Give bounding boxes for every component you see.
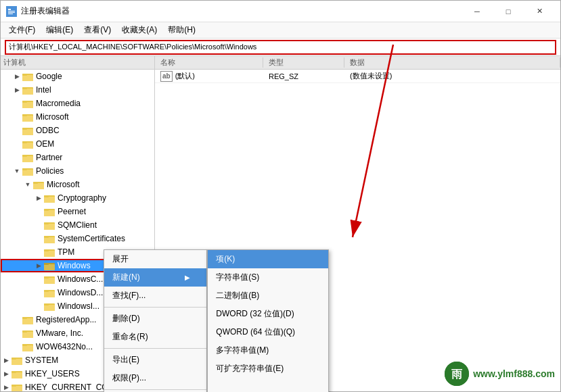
ab-icon: ab: [160, 71, 173, 82]
maximize-button[interactable]: □: [493, 1, 524, 22]
folder-icon: [44, 287, 55, 298]
tree-label: Macromedia: [36, 99, 81, 108]
close-button[interactable]: ✕: [524, 1, 555, 22]
folder-icon: [44, 206, 55, 217]
svg-rect-19: [22, 128, 27, 130]
submenu-item-multistring[interactable]: 多字符串值(M): [208, 341, 328, 360]
ctx-separator-2: [104, 348, 206, 349]
folder-icon: [33, 179, 44, 190]
tree-label: OEM: [36, 139, 54, 149]
svg-rect-16: [22, 114, 27, 116]
tree-item-google[interactable]: ▶ Google: [1, 70, 154, 83]
tree-item-ms-policies[interactable]: ▼ Microsoft: [1, 178, 154, 191]
tree-label: HKEY_CURRENT_CO...: [25, 383, 115, 391]
folder-icon: [22, 314, 33, 325]
menu-help[interactable]: 帮助(H): [162, 23, 201, 37]
arrow-icon: ▶: [12, 83, 22, 97]
tree-item-policies[interactable]: ▼ Policies: [1, 164, 154, 178]
svg-rect-70: [12, 358, 16, 360]
tree-item-macromedia[interactable]: ▶ Macromedia: [1, 97, 154, 110]
ctx-export[interactable]: 导出(E): [104, 351, 206, 369]
folder-icon: [22, 71, 33, 82]
svg-rect-63: [22, 332, 33, 338]
arrow-icon: ▼: [22, 178, 33, 191]
menu-edit[interactable]: 编辑(E): [41, 23, 78, 37]
svg-rect-60: [22, 318, 33, 324]
submenu-item-binary[interactable]: 二进制值(B): [208, 287, 328, 305]
svg-rect-61: [22, 317, 27, 319]
tree-item-oem[interactable]: ▶ OEM: [1, 137, 154, 151]
ctx-expand[interactable]: 展开: [104, 250, 206, 268]
ctx-separator-3: [104, 389, 206, 390]
svg-rect-27: [22, 170, 33, 176]
tree-item-partner[interactable]: ▶ Partner: [1, 151, 154, 164]
svg-rect-72: [12, 372, 22, 378]
folder-icon: [22, 84, 33, 95]
ctx-separator-1: [104, 307, 206, 308]
watermark-logo: 雨: [445, 362, 469, 386]
title-bar: 注册表编辑器 ─ □ ✕: [1, 1, 560, 22]
svg-rect-3: [8, 12, 15, 13]
detail-header: 名称 类型 数据: [155, 56, 560, 70]
folder-icon: [22, 166, 33, 176]
svg-rect-7: [22, 74, 27, 76]
tree-item-systemcerts[interactable]: ▶ SystemCertificates: [1, 232, 154, 245]
submenu-item-key[interactable]: 项(K): [208, 250, 328, 268]
ctx-new[interactable]: 新建(N) ▶: [104, 268, 206, 287]
window-title: 注册表编辑器: [21, 5, 462, 17]
menu-view[interactable]: 查看(V): [78, 23, 116, 37]
arrow-icon: ▼: [12, 164, 22, 178]
menu-favorites[interactable]: 收藏夹(A): [116, 23, 162, 37]
address-input[interactable]: [5, 40, 556, 55]
detail-cell-data: (数值未设置): [344, 71, 560, 81]
svg-rect-31: [33, 182, 38, 184]
svg-rect-42: [44, 237, 55, 243]
submenu-item-expandstring[interactable]: 可扩充字符串值(E): [208, 360, 328, 378]
svg-rect-46: [44, 249, 49, 251]
submenu-item-string[interactable]: 字符串值(S): [208, 268, 328, 287]
tree-label: SQMClient: [58, 220, 97, 230]
svg-rect-36: [44, 210, 55, 216]
svg-rect-18: [22, 129, 33, 135]
main-window: 注册表编辑器 ─ □ ✕ 文件(F) 编辑(E) 查看(V) 收藏夹(A) 帮助…: [0, 0, 561, 392]
tree-item-intel[interactable]: ▶ Intel: [1, 83, 154, 97]
folder-icon: [22, 112, 33, 122]
tree-item-peernet[interactable]: ▶ Peernet: [1, 205, 154, 218]
tree-item-cryptography[interactable]: ▶ Cryptography: [1, 191, 154, 205]
svg-rect-25: [22, 155, 27, 157]
tree-item-odbc[interactable]: ▶ ODBC: [1, 124, 154, 137]
tree-item-sqmclient[interactable]: ▶ SQMClient: [1, 218, 154, 232]
menu-bar: 文件(F) 编辑(E) 查看(V) 收藏夹(A) 帮助(H): [1, 22, 560, 39]
svg-rect-76: [12, 385, 16, 387]
ctx-rename[interactable]: 重命名(R): [104, 328, 206, 346]
watermark-url: www.ylmf888.com: [473, 368, 555, 379]
svg-rect-33: [44, 197, 55, 203]
tree-item-microsoft[interactable]: ▶ Microsoft: [1, 110, 154, 124]
folder-icon: [44, 247, 55, 258]
submenu-item-qword[interactable]: QWORD (64 位值)(Q): [208, 323, 328, 341]
svg-rect-54: [44, 291, 55, 297]
detail-cell-type: REG_SZ: [263, 72, 344, 80]
context-menu-container: 展开 新建(N) ▶ 查找(F)... 删除(D) 重命名(R) 导出(E) 权…: [104, 249, 329, 392]
tree-label: Policies: [36, 166, 64, 176]
ctx-find[interactable]: 查找(F)...: [104, 287, 206, 305]
arrow-icon: ▶: [1, 381, 12, 391]
tree-label: Cryptography: [58, 193, 106, 203]
svg-rect-39: [44, 224, 55, 230]
svg-rect-34: [44, 195, 49, 197]
svg-rect-9: [22, 89, 33, 95]
folder-icon: [12, 355, 22, 366]
svg-rect-58: [44, 303, 49, 305]
ctx-delete[interactable]: 删除(D): [104, 310, 206, 328]
svg-rect-10: [22, 87, 27, 89]
submenu-item-dword[interactable]: DWORD (32 位值)(D): [208, 305, 328, 323]
folder-icon: [44, 260, 55, 271]
folder-icon: [44, 301, 55, 312]
minimize-button[interactable]: ─: [462, 1, 493, 22]
arrow-icon: ▶: [12, 70, 22, 83]
detail-row: ab (默认) REG_SZ (数值未设置): [155, 70, 560, 83]
folder-icon: [22, 98, 33, 109]
ctx-permissions[interactable]: 权限(P)...: [104, 369, 206, 387]
folder-icon: [22, 152, 33, 163]
menu-file[interactable]: 文件(F): [3, 23, 41, 37]
